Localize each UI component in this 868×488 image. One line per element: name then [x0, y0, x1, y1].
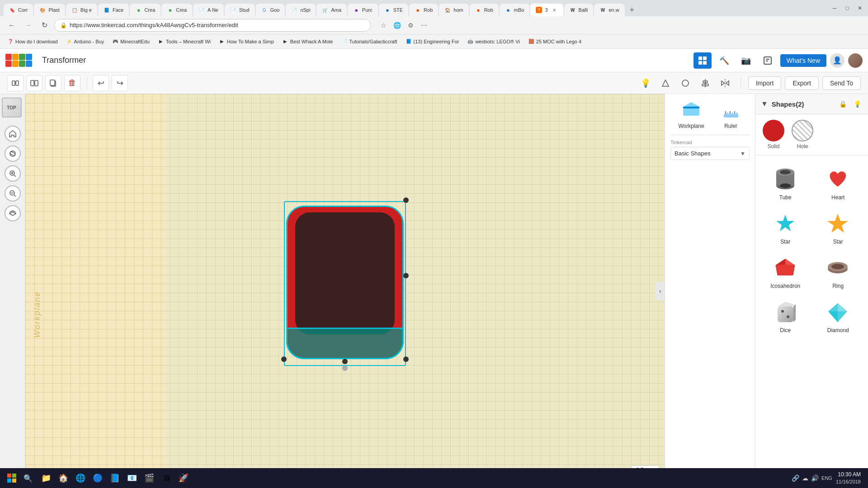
workplane-button[interactable]: Workplane — [678, 99, 704, 129]
shape-item-star-gold[interactable]: Star — [814, 207, 863, 248]
bookmark-minecraft-edu[interactable]: 🎮 MinecraftEdu — [108, 36, 153, 47]
code-view-button[interactable] — [759, 52, 777, 69]
shape-teal[interactable] — [286, 328, 404, 359]
maximize-button[interactable]: □ — [843, 4, 852, 13]
mirror-button[interactable] — [717, 75, 733, 91]
layers-button[interactable] — [5, 205, 21, 221]
handle-bottom-right[interactable] — [403, 357, 409, 362]
minimize-button[interactable]: ─ — [830, 4, 839, 13]
whats-new-button[interactable]: What's New — [780, 54, 826, 67]
align-button[interactable] — [697, 75, 713, 91]
tab-crea2[interactable]: ■Crea — [161, 4, 192, 16]
taskbar-clock[interactable]: 10:30 AM 11/16/2018 — [836, 471, 861, 485]
camera-view-button[interactable]: 📷 — [737, 52, 755, 69]
handle-mid-right[interactable] — [403, 273, 409, 278]
taskbar-file-explorer[interactable]: 📁 — [38, 470, 54, 486]
hole-shape-item[interactable]: Hole — [792, 120, 813, 150]
bookmark-weobots[interactable]: 🤖 weobots: LEGO® Vi — [463, 36, 523, 47]
bulb-icon[interactable]: 💡 — [852, 99, 863, 109]
bookmark-tools-mc[interactable]: ▶ Tools – Minecraft Wi — [154, 36, 214, 47]
taskbar-chrome[interactable]: 🔵 — [90, 470, 106, 486]
bookmark-moc[interactable]: 🧱 25 MOC with Lego 4 — [524, 36, 585, 47]
tab-ama[interactable]: 🛒Ama — [316, 4, 347, 16]
tab-close-btn[interactable]: ✕ — [551, 6, 558, 14]
undo-button[interactable]: ↩ — [93, 75, 109, 91]
shape-dark[interactable] — [295, 212, 395, 334]
url-input[interactable]: 🔒 https://www.tinkercad.com/things/kA48A… — [54, 19, 371, 32]
tab-ane[interactable]: 📄A Ne — [193, 4, 224, 16]
bookmark-tutorials[interactable]: 📄 Tutorials/Galacticcraft — [338, 36, 401, 47]
new-tab-button[interactable]: + — [626, 4, 638, 16]
handle-bottom-mid[interactable] — [342, 359, 348, 364]
taskbar-home[interactable]: 🏠 — [55, 470, 71, 486]
shape-item-dice[interactable]: Dice — [761, 296, 810, 336]
onedrive-icon[interactable]: ☁ — [802, 474, 808, 482]
tab-ste[interactable]: ■STE — [379, 4, 408, 16]
taskbar-email[interactable]: 📧 — [124, 470, 140, 486]
tab-plast[interactable]: 🎨Plast — [34, 4, 65, 16]
tab-wiki1[interactable]: WBalli — [564, 4, 594, 16]
tab-hom[interactable]: 🏠hom — [439, 4, 468, 16]
redo-button[interactable]: ↪ — [112, 75, 128, 91]
bookmark-arduino[interactable]: ⚡ Arduino - Buy — [62, 36, 108, 47]
inspector-button[interactable]: 💡 — [637, 75, 654, 91]
volume-icon[interactable]: 🔊 — [811, 474, 819, 482]
grid-view-button[interactable] — [693, 52, 712, 69]
settings-icon[interactable]: ⋯ — [419, 20, 429, 31]
bookmark-howdo[interactable]: ❓ How do I download — [4, 36, 61, 47]
tab-crea1[interactable]: ■Crea — [130, 4, 160, 16]
handle-bottom-mid-grey[interactable] — [342, 366, 348, 371]
tab-rob1[interactable]: ■Rob — [409, 4, 438, 16]
lock-icon[interactable]: 🔒 — [837, 99, 848, 109]
taskbar-edge[interactable]: 🌐 — [72, 470, 89, 486]
zoom-in-button[interactable] — [5, 165, 21, 182]
view-cube[interactable]: TOP — [2, 98, 24, 119]
shape-item-heart[interactable]: Heart — [814, 163, 863, 203]
taskbar-program2[interactable]: 🚀 — [175, 470, 192, 486]
user-avatar[interactable] — [848, 53, 863, 68]
taskbar-program1[interactable]: 🖥 — [158, 470, 175, 486]
close-button[interactable]: ✕ — [855, 4, 864, 13]
tab-big[interactable]: 📋Big e — [66, 4, 97, 16]
translate-icon[interactable]: 🌐 — [392, 20, 402, 31]
orbit-button[interactable] — [5, 145, 21, 162]
taskbar-search-button[interactable]: 🔍 — [20, 470, 36, 486]
refresh-button[interactable]: ↻ — [38, 19, 51, 32]
bookmark-engineering[interactable]: 📘 (13) Engineering For — [402, 36, 463, 47]
ungroup-button[interactable] — [26, 75, 42, 91]
import-button[interactable]: Import — [748, 76, 782, 90]
tab-nspi[interactable]: 📄nSpi — [286, 4, 316, 16]
panel-chevron-button[interactable]: › — [656, 282, 665, 300]
extensions-icon[interactable]: ⚙ — [405, 20, 416, 31]
taskbar-messenger[interactable]: 📘 — [107, 470, 123, 486]
taskbar-video[interactable]: 🎬 — [141, 470, 157, 486]
group-button[interactable] — [7, 75, 24, 91]
basic-shapes-dropdown[interactable]: Basic Shapes ▼ — [670, 147, 750, 160]
tinkercad-logo[interactable] — [5, 54, 37, 67]
shape-item-star-teal[interactable]: Star — [761, 207, 810, 248]
zoom-out-button[interactable] — [5, 185, 21, 202]
tab-purc[interactable]: ■Purc — [348, 4, 378, 16]
forward-button[interactable]: → — [22, 19, 34, 32]
shape-button[interactable] — [657, 75, 674, 91]
tab-stud[interactable]: 📄Stud — [225, 4, 255, 16]
shape-item-ring[interactable]: Ring — [814, 251, 863, 292]
export-button[interactable]: Export — [785, 76, 818, 90]
shape-item-diamond[interactable]: Diamond — [814, 296, 863, 336]
shape-item-tube[interactable]: Tube — [761, 163, 810, 203]
home-view-button[interactable] — [5, 126, 21, 142]
bookmark-whack-mole[interactable]: ▶ Best Whack A Mole — [278, 36, 337, 47]
tab-active[interactable]: T 3 ✕ — [530, 4, 563, 16]
circle-button[interactable] — [677, 75, 693, 91]
handle-top-right[interactable] — [403, 197, 409, 203]
canvas-area[interactable]: Workplane Edit Grid — [25, 94, 665, 488]
solid-shape-item[interactable]: Solid — [763, 120, 784, 150]
tab-corr[interactable]: 🔖Corr — [4, 4, 33, 16]
handle-bottom-left[interactable] — [281, 357, 287, 362]
tab-wiki2[interactable]: Wen.w — [594, 4, 624, 16]
shape-item-icosahedron[interactable]: Icosahedron — [761, 251, 810, 292]
lang-indicator[interactable]: ENG — [821, 475, 832, 481]
user-add-icon[interactable]: 👤 — [830, 53, 844, 68]
tab-rob2[interactable]: ■Rob — [470, 4, 499, 16]
shapes-collapse-button[interactable]: ▼ — [761, 100, 768, 108]
